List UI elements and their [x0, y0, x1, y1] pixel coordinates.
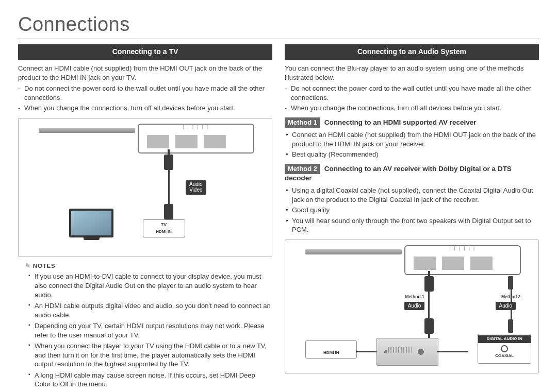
point-item: Best quality (Recommended)	[285, 150, 539, 159]
bluray-player-icon	[39, 128, 135, 133]
tv-caution-list: Do not connect the power cord to the wal…	[18, 84, 272, 113]
method1-heading: Method 1 Connecting to an HDMI supported…	[285, 118, 539, 127]
hdmi-in-label: HDMI IN	[306, 350, 356, 358]
tv-icon	[69, 209, 113, 237]
hdmi-plug-icon	[164, 204, 173, 219]
bluray-player-icon	[305, 249, 402, 254]
method2-caption: Method 2	[493, 294, 529, 300]
section-heading-tv: Connecting to a TV	[18, 44, 272, 60]
hdmi-plug-icon	[424, 276, 434, 292]
wire-icon	[437, 351, 468, 352]
method1-points: Connect an HDMI cable (not supplied) fro…	[285, 130, 539, 159]
two-column-layout: Connecting to a TV Connect an HDMI cable…	[18, 44, 539, 392]
cable-label-audio-m2: Audio	[496, 302, 516, 311]
rear-ports-callout	[404, 245, 521, 275]
method1-tag: Method 1	[285, 117, 320, 128]
tv-label: TV	[143, 220, 185, 229]
point-item: Using a digital Coaxial cable (not suppl…	[285, 186, 539, 204]
note-item: When you connect the player to your TV u…	[18, 342, 272, 369]
page-title: Connections	[18, 11, 539, 39]
hdmi-plug-icon	[424, 318, 434, 334]
right-column: Connecting to an Audio System You can co…	[285, 44, 539, 392]
method1-title: Connecting to an HDMI supported AV recei…	[324, 118, 477, 126]
method1-caption: Method 1	[397, 294, 433, 300]
caution-item: When you change the connections, turn of…	[18, 104, 272, 113]
notes-heading: NOTES	[25, 262, 272, 270]
method2-points: Using a digital Coaxial cable (not suppl…	[285, 186, 539, 234]
left-column: Connecting to a TV Connect an HDMI cable…	[18, 44, 272, 392]
digital-audio-in-label: DIGITAL AUDIO IN	[478, 335, 531, 343]
av-receiver-icon	[376, 338, 438, 366]
digital-audio-in-box: DIGITAL AUDIO IN COAXIAL	[478, 334, 531, 364]
coaxial-label: COAXIAL	[478, 353, 531, 361]
audio-lead-text: You can connect the Blu-ray player to an…	[285, 64, 539, 82]
coax-plug-icon	[508, 319, 513, 333]
caution-item: Do not connect the power cord to the wal…	[285, 84, 539, 102]
hdmi-cable-icon	[168, 170, 170, 204]
hdmi-in-box: HDMI IN	[305, 340, 357, 359]
note-item: A long HDMI cable may cause screen noise…	[18, 371, 272, 389]
coax-plug-icon	[508, 276, 513, 289]
cable-label-audio-video: Audio Video	[186, 180, 206, 195]
wire-icon	[356, 351, 376, 352]
point-item: Good quality	[285, 206, 539, 215]
rear-ports-callout	[138, 124, 254, 154]
note-item: Depending on your TV, certain HDMI outpu…	[18, 321, 272, 339]
caution-item: When you change the connections, turn of…	[285, 104, 539, 113]
cable-label-audio-m1: Audio	[404, 302, 425, 311]
coax-jack-icon	[501, 345, 508, 352]
audio-caution-list: Do not connect the power cord to the wal…	[285, 84, 539, 113]
caution-item: Do not connect the power cord to the wal…	[18, 84, 272, 102]
tv-hdmi-in-label: HDMI IN	[143, 229, 185, 237]
tv-lead-text: Connect an HDMI cable (not supplied) fro…	[18, 64, 272, 82]
notes-list: If you use an HDMI-to-DVI cable to conne…	[18, 272, 272, 392]
point-item: Connect an HDMI cable (not supplied) fro…	[285, 130, 539, 148]
audio-connection-diagram: Method 1 Audio Method 2 Audio HDMI IN DI…	[285, 240, 539, 373]
note-item: If you use an HDMI-to-DVI cable to conne…	[18, 272, 272, 299]
note-item: An HDMI cable outputs digital video and …	[18, 301, 272, 319]
method2-heading: Method 2 Connecting to an AV receiver wi…	[285, 164, 539, 183]
tv-port-box: TV HDMI IN	[143, 219, 185, 237]
hdmi-plug-icon	[164, 155, 173, 170]
section-heading-audio: Connecting to an Audio System	[285, 44, 539, 60]
tv-connection-diagram: Audio Video TV HDMI IN	[18, 118, 272, 257]
point-item: You will hear sound only through the fro…	[285, 216, 539, 234]
method2-tag: Method 2	[285, 164, 320, 174]
